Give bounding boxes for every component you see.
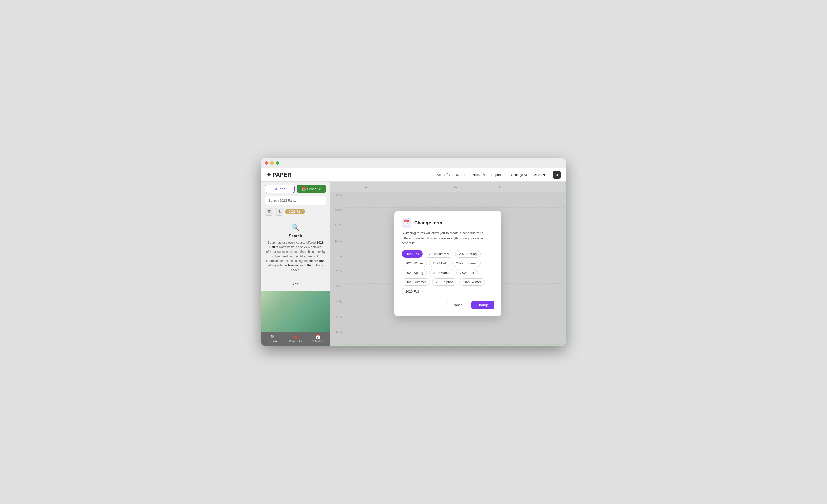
modal-header: 📅 Change term (401, 218, 494, 228)
search-info-title: Search (289, 234, 302, 238)
term-chip-2021-spring[interactable]: 2021 Spring (432, 278, 457, 286)
map-visual (261, 291, 330, 332)
schedule-icon: 📅 (302, 187, 306, 191)
sidebar-top: 🗓 Plan 📅 Schedule ☰ ⚗ 202 (261, 182, 330, 218)
notes-link[interactable]: Notes ✎ (473, 173, 485, 177)
schedules-tab-label: Schedules (312, 340, 324, 343)
bottom-tabs: 🔍 Search 🔖 Bookmarks 📅 Schedules (261, 332, 330, 346)
traffic-lights (265, 161, 279, 165)
topbar: ✈ PAPER About ⓘ Map ⊞ Notes ✎ Export (261, 168, 566, 182)
schedules-tab-icon: 📅 (316, 334, 321, 339)
bookmarks-tab-label: Bookmarks (289, 340, 302, 343)
plan-tab-button[interactable]: 🗓 Plan (265, 185, 295, 193)
bottom-tab-schedules[interactable]: 📅 Schedules (307, 334, 330, 343)
plan-icon: 🗓 (274, 187, 277, 191)
user-name: Dilan N (533, 173, 545, 177)
main-content: 🗓 Plan 📅 Schedule ☰ ⚗ 202 (261, 182, 566, 346)
about-label: About (437, 173, 445, 177)
bottom-tab-search[interactable]: 🔍 Search (261, 334, 284, 343)
titlebar (261, 158, 566, 168)
schedule-tab-button[interactable]: 📅 Schedule (297, 185, 326, 193)
logo: ✈ PAPER (266, 172, 291, 178)
term-grid: 2023 Fall 2023 Summer 2023 Spring 2023 W… (401, 250, 494, 295)
maximize-button[interactable] (276, 161, 279, 165)
modal-title: Change term (414, 220, 442, 226)
map-icon: ⊞ (464, 173, 467, 177)
export-link[interactable]: Export ↗ (491, 173, 505, 177)
search-description: Search across every course offered 2023 … (265, 240, 326, 272)
plan-label: Plan (279, 187, 285, 191)
sidebar: 🗓 Plan 📅 Schedule ☰ ⚗ 202 (261, 182, 330, 346)
change-term-modal: 📅 Change term Switching terms will allow… (394, 211, 501, 317)
term-chip-2021-winter[interactable]: 2021 Winter (459, 278, 485, 286)
map-label: Map (456, 173, 462, 177)
settings-link[interactable]: Settings ⚙ (511, 173, 527, 177)
modal-actions: Cancel Change (401, 301, 494, 310)
edit-icon: ✎ (483, 173, 485, 177)
settings-icon: ⚙ (524, 173, 527, 177)
app-body: ✈ PAPER About ⓘ Map ⊞ Notes ✎ Export (261, 168, 566, 346)
map-thumbnail[interactable]: ⤢ (261, 291, 330, 332)
nav-links: About ⓘ Map ⊞ Notes ✎ Export ↗ Settings (437, 171, 561, 179)
filter-button[interactable]: ⚗ (275, 208, 283, 216)
bottom-tab-bookmarks[interactable]: 🔖 Bookmarks (284, 334, 307, 343)
close-button[interactable] (265, 161, 268, 165)
term-chip-2023-spring[interactable]: 2023 Spring (455, 250, 481, 258)
search-large-icon: 🔍 (291, 223, 300, 232)
change-button[interactable]: Change (472, 301, 494, 310)
add-label: Add (292, 282, 299, 286)
term-chip-2022-winter[interactable]: 2022 Winter (429, 269, 454, 276)
term-chip-2022-spring[interactable]: 2022 Spring (401, 269, 427, 276)
export-label: Export (491, 173, 501, 177)
browse-button[interactable]: ☰ (265, 208, 273, 216)
modal-description: Switching terms will allow you to create… (401, 231, 494, 246)
term-chip-2022-fall[interactable]: 2022 Fall (429, 260, 450, 267)
avatar[interactable]: D (553, 171, 561, 179)
modal-overlay[interactable]: 📅 Change term Switching terms will allow… (331, 182, 565, 345)
tab-buttons: 🗓 Plan 📅 Schedule (265, 185, 326, 193)
info-icon: ⓘ (446, 173, 450, 177)
export-icon: ↗ (502, 173, 505, 177)
term-chip-2020-fall[interactable]: 2020 Fall (401, 288, 423, 295)
sidebar-info: 🔍 Search Search across every course offe… (261, 218, 330, 291)
paper-plane-icon: ✈ (266, 172, 271, 178)
add-arrow-icon: → (293, 276, 298, 282)
calendar-area: Mo Tu We Th Fr 9 AM 10 AM 11 AM 12 PM 1 … (330, 182, 566, 346)
term-chip-2022-summer[interactable]: 2022 Summer (452, 260, 481, 267)
term-chip-2021-summer[interactable]: 2021 Summer (401, 278, 430, 286)
notes-label: Notes (473, 173, 481, 177)
term-chip-2023-winter[interactable]: 2023 Winter (401, 260, 427, 267)
expand-icon: ⤢ (326, 293, 328, 296)
app-title: PAPER (273, 172, 291, 178)
search-tab-label: Search (269, 340, 277, 343)
about-link[interactable]: About ⓘ (437, 173, 450, 177)
filter-row: ☰ ⚗ 2023 Fall (265, 208, 326, 216)
bookmarks-tab-icon: 🔖 (293, 334, 298, 339)
term-badge[interactable]: 2023 Fall (285, 209, 305, 214)
term-chip-2023-summer[interactable]: 2023 Summer (425, 250, 453, 258)
minimize-button[interactable] (270, 161, 274, 165)
map-link[interactable]: Map ⊞ (456, 173, 466, 177)
cancel-button[interactable]: Cancel (447, 301, 469, 310)
term-chip-2021-fall[interactable]: 2021 Fall (456, 269, 478, 276)
search-tab-icon: 🔍 (270, 334, 275, 339)
settings-label: Settings (511, 173, 523, 177)
schedule-label: Schedule (307, 187, 321, 191)
term-chip-2023-fall[interactable]: 2023 Fall (401, 250, 423, 258)
search-input[interactable] (265, 196, 326, 205)
app-window: ✈ PAPER About ⓘ Map ⊞ Notes ✎ Export (261, 158, 566, 346)
modal-calendar-icon: 📅 (401, 218, 411, 228)
